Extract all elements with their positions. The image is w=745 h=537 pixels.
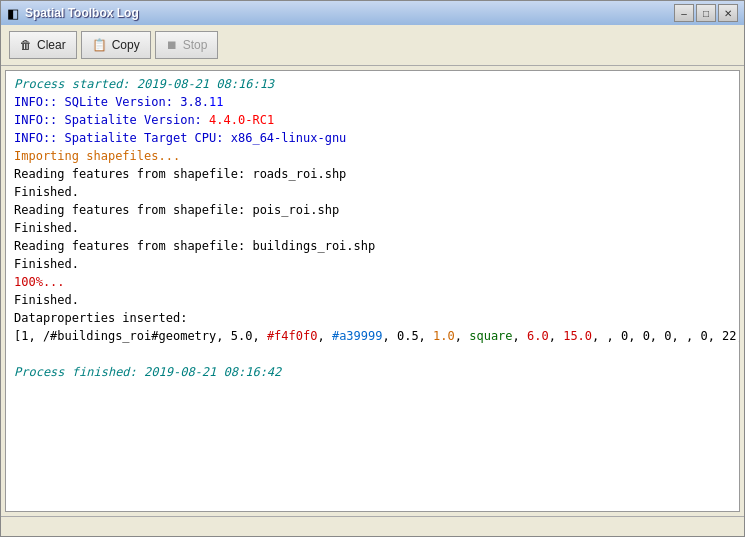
window-icon: ◧ (7, 6, 21, 20)
log-line-finished-4: Finished. (14, 291, 731, 309)
main-window: ◧ Spatial Toolbox Log – □ ✕ 🗑 Clear 📋 Co… (0, 0, 745, 537)
log-line-spatialite-version: INFO:: Spatialite Version: 4.4.0-RC1 (14, 111, 731, 129)
log-area[interactable]: Process started: 2019-08-21 08:16:13 INF… (5, 70, 740, 512)
copy-icon: 📋 (92, 38, 107, 52)
log-line-dataprops-values: [1, /#buildings_roi#geometry, 5.0, #f4f0… (14, 327, 731, 345)
title-bar-left: ◧ Spatial Toolbox Log (7, 6, 139, 20)
status-bar (1, 516, 744, 536)
log-line-dataprops-header: Dataproperties inserted: (14, 309, 731, 327)
stop-label: Stop (183, 38, 208, 52)
window-title: Spatial Toolbox Log (25, 6, 139, 20)
clear-icon: 🗑 (20, 38, 32, 52)
title-bar: ◧ Spatial Toolbox Log – □ ✕ (1, 1, 744, 25)
log-line-sqlite: INFO:: SQLite Version: 3.8.11 (14, 93, 731, 111)
log-line-finished-2: Finished. (14, 219, 731, 237)
log-line-buildings: Reading features from shapefile: buildin… (14, 237, 731, 255)
process-end-line: Process finished: 2019-08-21 08:16:42 (14, 363, 731, 381)
log-line-roads: Reading features from shapefile: roads_r… (14, 165, 731, 183)
log-line-finished-1: Finished. (14, 183, 731, 201)
copy-button[interactable]: 📋 Copy (81, 31, 151, 59)
minimize-button[interactable]: – (674, 4, 694, 22)
clear-button[interactable]: 🗑 Clear (9, 31, 77, 59)
process-start-line: Process started: 2019-08-21 08:16:13 (14, 75, 731, 93)
maximize-button[interactable]: □ (696, 4, 716, 22)
clear-label: Clear (37, 38, 66, 52)
log-line-pois: Reading features from shapefile: pois_ro… (14, 201, 731, 219)
log-line-finished-3: Finished. (14, 255, 731, 273)
toolbar: 🗑 Clear 📋 Copy ⏹ Stop (1, 25, 744, 66)
title-bar-controls: – □ ✕ (674, 4, 738, 22)
stop-icon: ⏹ (166, 38, 178, 52)
copy-label: Copy (112, 38, 140, 52)
stop-button[interactable]: ⏹ Stop (155, 31, 219, 59)
log-line-progress: 100%... (14, 273, 731, 291)
log-line-importing: Importing shapefiles... (14, 147, 731, 165)
close-button[interactable]: ✕ (718, 4, 738, 22)
log-line-cpu: INFO:: Spatialite Target CPU: x86_64-lin… (14, 129, 731, 147)
